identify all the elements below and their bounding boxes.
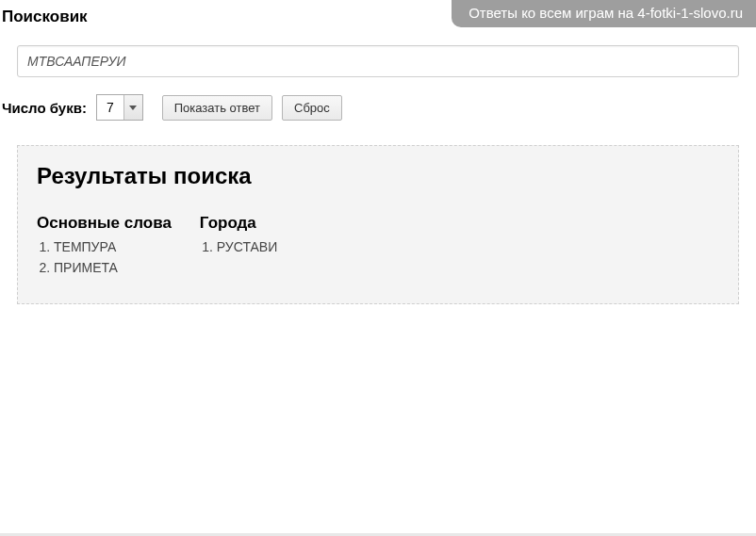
letters-input[interactable] bbox=[17, 45, 739, 77]
results-column-heading: Города bbox=[200, 214, 277, 233]
top-banner: Ответы ко всем играм на 4-fotki-1-slovo.… bbox=[452, 0, 756, 27]
results-item: ПРИМЕТА bbox=[54, 257, 172, 278]
results-column: Основные словаТЕМПУРАПРИМЕТА bbox=[37, 214, 172, 279]
results-column-heading: Основные слова bbox=[37, 214, 172, 233]
letter-count-select[interactable]: 7 bbox=[96, 94, 143, 121]
search-form: Число букв: 7 Показать ответ Сброс Резул… bbox=[0, 26, 756, 304]
results-item: ТЕМПУРА bbox=[54, 236, 172, 257]
reset-button[interactable]: Сброс bbox=[282, 95, 342, 121]
results-list: ТЕМПУРАПРИМЕТА bbox=[37, 236, 172, 279]
chevron-down-icon bbox=[123, 95, 142, 120]
results-title: Результаты поиска bbox=[37, 163, 719, 189]
letter-count-label: Число букв: bbox=[2, 100, 87, 116]
controls-row: Число букв: 7 Показать ответ Сброс bbox=[17, 94, 739, 121]
results-panel: Результаты поиска Основные словаТЕМПУРАП… bbox=[17, 145, 739, 304]
show-answer-button[interactable]: Показать ответ bbox=[162, 95, 272, 121]
letter-count-value: 7 bbox=[97, 100, 123, 115]
results-item: РУСТАВИ bbox=[217, 236, 277, 257]
results-list: РУСТАВИ bbox=[200, 236, 277, 257]
results-column: ГородаРУСТАВИ bbox=[200, 214, 277, 279]
